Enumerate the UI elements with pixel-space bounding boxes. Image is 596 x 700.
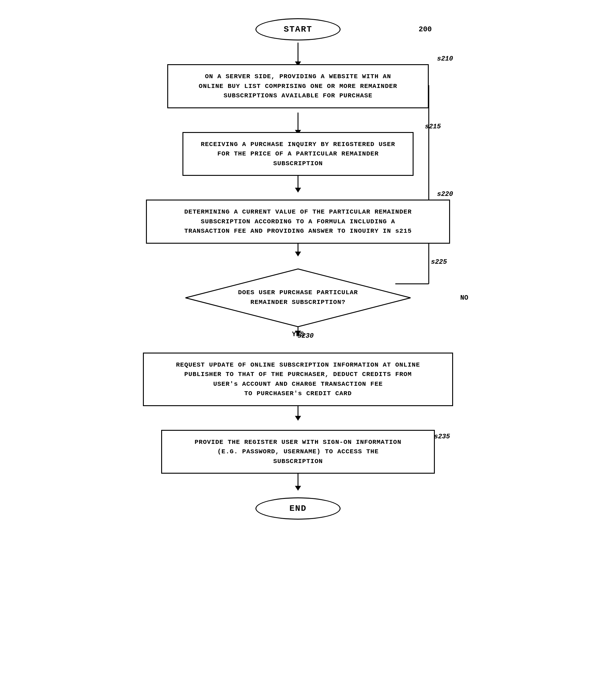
step-s230-box: REQUEST UPDATE OF ONLINE SUBSCRIPTION IN… [143,353,453,406]
s215-row: RECEIVING A PURCHASE INQUIRY BY REIGSTER… [131,132,465,176]
start-ellipse: START [255,18,341,41]
flowchart-container: START 200 ON A SERVER SIDE, PROVIDING A … [131,12,465,532]
s230-row: REQUEST UPDATE OF ONLINE SUBSCRIPTION IN… [131,353,465,406]
end-ellipse: END [255,497,341,520]
svg-marker-7 [295,252,301,256]
svg-text:REMAINDER SUBSCRIPTION?: REMAINDER SUBSCRIPTION? [251,299,346,306]
label-s210: s210 [437,55,453,62]
label-s235: s235 [434,433,450,441]
step-s235-box: PROVIDE THE REGISTER USER WITH SIGN-ON I… [161,430,435,474]
svg-marker-11 [295,416,301,421]
label-s220: s220 [437,191,453,198]
s225-row: DOES USER PURCHASE PARTICULAR REMAINDER … [131,268,465,328]
s220-row: DETERMINING A CURRENT VALUE OF THE PARTI… [131,200,465,244]
branch-no-label: NO [460,294,468,301]
yes-branch-area: YES s230 [274,328,323,353]
svg-marker-18 [185,269,411,327]
start-row: START 200 [131,18,465,41]
step-s215-box: RECEIVING A PURCHASE INQUIRY BY REIGSTER… [182,132,414,176]
label-200: 200 [419,25,432,33]
step-s220-box: DETERMINING A CURRENT VALUE OF THE PARTI… [146,200,450,244]
svg-marker-5 [295,188,301,193]
label-s215: s215 [425,123,441,130]
svg-marker-13 [295,486,301,491]
s235-row: PROVIDE THE REGISTER USER WITH SIGN-ON I… [131,430,465,474]
s210-row: ON A SERVER SIDE, PROVIDING A WEBSITE WI… [131,64,465,108]
svg-text:DOES USER PURCHASE PARTICULAR: DOES USER PURCHASE PARTICULAR [238,289,358,296]
label-s225: s225 [431,258,447,266]
label-s230-hint: s230 [298,332,314,340]
step-s210-box: ON A SERVER SIDE, PROVIDING A WEBSITE WI… [167,64,429,108]
diamond-svg: DOES USER PURCHASE PARTICULAR REMAINDER … [184,268,412,328]
end-row: END [131,497,465,520]
